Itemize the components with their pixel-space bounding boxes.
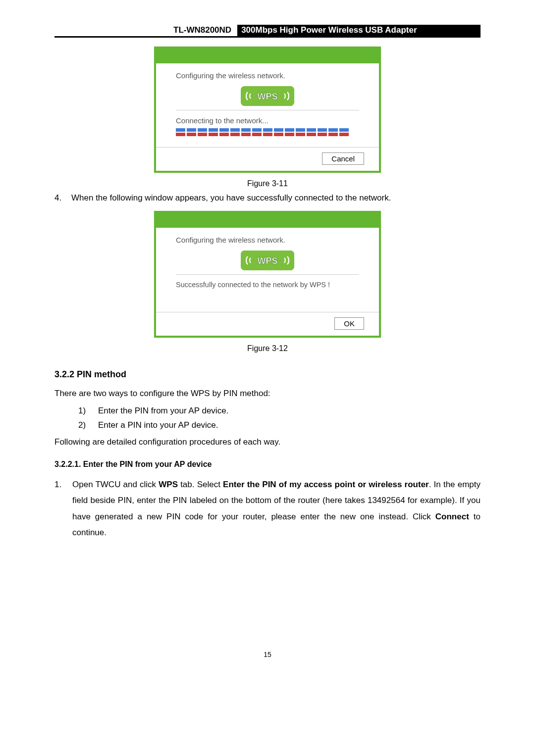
step-4: 4. When the following window appears, yo…: [54, 192, 481, 204]
document-header: TL-WN8200ND 300Mbps High Power Wireless …: [54, 25, 481, 38]
step-1: 1. Open TWCU and click WPS tab. Select E…: [54, 477, 481, 541]
model-number: TL-WN8200ND: [54, 25, 237, 36]
dialog-status: Successfully connected to the network by…: [176, 280, 359, 290]
dialog-status: Connecting to the network...: [176, 115, 359, 126]
section-intro: There are two ways to configure the WPS …: [54, 388, 481, 400]
dialog-titlebar: [156, 49, 379, 63]
svg-text:WPS: WPS: [257, 256, 277, 266]
list-text: Enter the PIN from your AP device.: [98, 405, 228, 417]
wps-connecting-dialog: Configuring the wireless network. WPS Co…: [154, 47, 381, 173]
ok-button[interactable]: OK: [334, 317, 364, 330]
section-outro: Following are detailed configuration pro…: [54, 436, 481, 449]
list-label: 2): [78, 419, 90, 432]
list-text: Enter a PIN into your AP device.: [98, 419, 218, 432]
pin-methods-list: 1) Enter the PIN from your AP device. 2)…: [78, 405, 481, 431]
list-label: 1): [78, 405, 90, 417]
section-3-2-2-1-heading: 3.2.2.1. Enter the PIN from your AP devi…: [54, 458, 481, 470]
wps-logo-icon: WPS: [241, 251, 294, 270]
progress-bar: [176, 128, 359, 136]
product-title: 300Mbps High Power Wireless USB Adapter: [237, 25, 481, 36]
dialog-message: Configuring the wireless network.: [176, 235, 359, 246]
list-item: 2) Enter a PIN into your AP device.: [78, 419, 481, 432]
wps-success-dialog: Configuring the wireless network. WPS Su…: [154, 211, 381, 338]
step-number: 4.: [54, 192, 64, 204]
page-number: 15: [54, 650, 481, 659]
figure-caption: Figure 3-12: [54, 343, 481, 354]
section-3-2-2-heading: 3.2.2 PIN method: [54, 368, 481, 381]
step-number: 1.: [54, 477, 64, 541]
dialog-titlebar: [156, 213, 379, 228]
figure-caption: Figure 3-11: [54, 178, 481, 189]
cancel-button[interactable]: Cancel: [322, 152, 364, 165]
svg-text:WPS: WPS: [257, 92, 277, 101]
dialog-message: Configuring the wireless network.: [176, 70, 359, 81]
step-text: When the following window appears, you h…: [71, 192, 481, 204]
list-item: 1) Enter the PIN from your AP device.: [78, 405, 481, 417]
wps-logo-icon: WPS: [241, 86, 294, 106]
step-text: Open TWCU and click WPS tab. Select Ente…: [72, 477, 481, 541]
